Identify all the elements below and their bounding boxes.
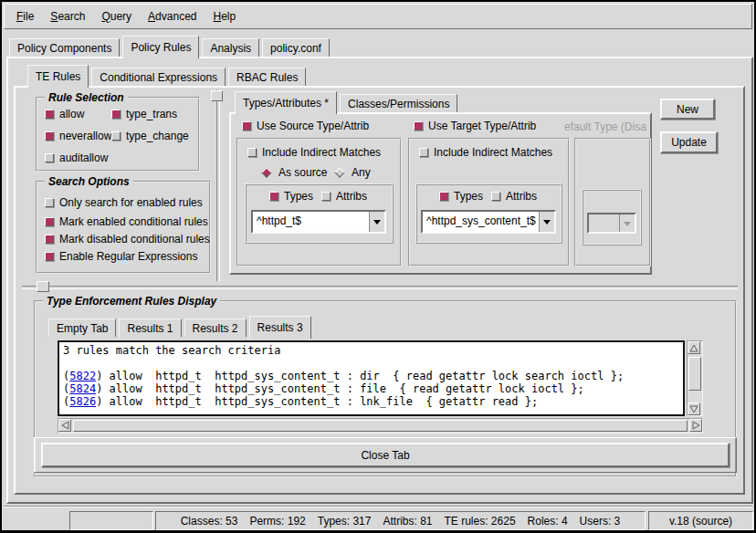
update-button[interactable]: Update	[660, 131, 718, 153]
tab-analysis[interactable]: Analysis	[202, 38, 259, 57]
tab-results-3[interactable]: Results 3	[249, 316, 311, 339]
rule-line: (5822) allow httpd_t httpd_sys_content_t…	[63, 370, 679, 382]
scroll-down-icon	[689, 405, 698, 413]
horizontal-sash-line	[22, 286, 738, 289]
checkbox-type-change[interactable]: type_change	[111, 129, 189, 142]
tab-rbac-rules[interactable]: RBAC Rules	[228, 68, 306, 86]
checkbox-mark-disabled-conditional[interactable]: Mark disabled conditional rules	[45, 232, 210, 246]
menu-search[interactable]: Search	[42, 6, 93, 26]
status-message-box	[69, 511, 153, 530]
results-summary-line: 3 rules match the search criteria	[63, 344, 679, 357]
checkbox-neverallow[interactable]: neverallow	[45, 129, 111, 142]
menu-file[interactable]: File	[8, 6, 42, 26]
checkbox-target-types[interactable]: Types	[439, 189, 483, 203]
tab-results-2[interactable]: Results 2	[184, 319, 247, 337]
checkbox-indicator	[111, 131, 121, 141]
results-vertical-scrollbar[interactable]	[687, 340, 703, 416]
tab-empty-tab[interactable]: Empty Tab	[48, 319, 116, 337]
status-attribs: Attribs: 81	[383, 515, 432, 528]
target-combo-dropdown-button[interactable]	[539, 212, 554, 232]
horizontal-sash-handle[interactable]	[37, 281, 49, 292]
checkbox-indicator	[269, 192, 278, 201]
target-type-combobox[interactable]: ^httpd_sys_content_t$	[421, 210, 556, 234]
radio-as-source[interactable]: As source	[260, 165, 327, 179]
results-text-area[interactable]: 3 rules match the search criteria (5822)…	[58, 340, 685, 416]
results-tab-bar: Empty Tab Results 1 Results 2 Results 3	[48, 317, 314, 337]
blank-line	[63, 357, 679, 370]
scroll-down-button[interactable]	[688, 402, 700, 415]
radio-indicator	[261, 167, 271, 177]
chevron-down-icon	[373, 220, 381, 228]
rule-id-link[interactable]: 5822	[69, 370, 96, 382]
vertical-scroll-thumb[interactable]	[688, 357, 701, 391]
radio-any[interactable]: Any	[333, 165, 371, 179]
scroll-right-button[interactable]	[689, 419, 702, 432]
tab-te-rules[interactable]: TE Rules	[27, 65, 89, 88]
checkbox-source-attribs[interactable]: Attribs	[321, 189, 367, 203]
checkbox-auditallow[interactable]: auditallow	[45, 151, 108, 164]
rule-id-link[interactable]: 5824	[69, 382, 96, 395]
close-tab-button[interactable]: Close Tab	[41, 443, 730, 467]
menu-query[interactable]: Query	[93, 6, 140, 26]
menu-help[interactable]: Help	[205, 6, 244, 26]
checkbox-indicator	[414, 121, 423, 131]
tab-policy-rules[interactable]: Policy Rules	[122, 36, 199, 58]
status-types: Types: 317	[318, 515, 372, 528]
tab-conditional-expressions[interactable]: Conditional Expressions	[91, 68, 226, 86]
checkbox-indicator	[45, 153, 54, 162]
vertical-sash-line	[216, 89, 220, 281]
rule-selection-title: Rule Selection	[45, 91, 128, 104]
new-button[interactable]: New	[660, 99, 715, 120]
checkbox-mark-enabled-conditional[interactable]: Mark enabled conditional rules	[45, 214, 208, 228]
chevron-down-icon	[543, 220, 551, 228]
menu-advanced[interactable]: Advanced	[140, 6, 205, 26]
source-type-value[interactable]: ^httpd_t$	[253, 212, 369, 232]
checkbox-use-source-type[interactable]: Use Source Type/Attrib	[242, 119, 369, 132]
scroll-right-icon	[692, 421, 700, 430]
rule-id-link[interactable]: 5826	[69, 395, 96, 408]
target-type-value[interactable]: ^httpd_sys_content_t$	[423, 212, 539, 232]
source-type-combobox[interactable]: ^httpd_t$	[251, 210, 386, 234]
checkbox-allow[interactable]: allow	[45, 107, 84, 120]
checkbox-source-include-indirect[interactable]: Include Indirect Matches	[247, 145, 381, 159]
checkbox-indicator	[491, 192, 500, 201]
checkbox-indicator	[45, 235, 54, 244]
checkbox-source-types[interactable]: Types	[269, 189, 313, 203]
checkbox-indicator	[247, 148, 257, 157]
status-stats-box: Classes: 53 Perms: 192 Types: 317 Attrib…	[155, 511, 646, 530]
checkbox-indicator	[45, 252, 54, 261]
main-tab-bar: Policy Components Policy Rules Analysis …	[9, 36, 332, 57]
scroll-left-button[interactable]	[58, 419, 71, 432]
te-tab-bar: TE Rules Conditional Expressions RBAC Ru…	[27, 66, 309, 86]
horizontal-scroll-thumb[interactable]	[73, 420, 688, 432]
checkbox-only-enabled-rules[interactable]: Only search for enabled rules	[45, 195, 203, 209]
status-users: Users: 3	[580, 515, 621, 528]
chevron-down-icon	[624, 222, 631, 230]
tab-results-1[interactable]: Results 1	[119, 319, 181, 337]
menubar: File Search Query Advanced Help	[4, 4, 752, 29]
tab-classes-permissions[interactable]: Classes/Permissions	[340, 94, 457, 112]
checkbox-target-attribs[interactable]: Attribs	[491, 189, 537, 203]
checkbox-indicator	[321, 192, 331, 201]
checkbox-indicator	[439, 192, 448, 201]
rule-line: (5824) allow httpd_t httpd_sys_content_t…	[63, 382, 679, 395]
checkbox-use-target-type[interactable]: Use Target Type/Attrib	[414, 119, 536, 132]
default-type-label: efault Type (Disa	[564, 120, 650, 133]
tab-policy-components[interactable]: Policy Components	[9, 38, 120, 57]
checkbox-type-trans[interactable]: type_trans	[111, 107, 177, 120]
scroll-up-button[interactable]	[688, 341, 700, 354]
results-horizontal-scrollbar[interactable]	[58, 418, 703, 434]
vertical-sash-handle[interactable]	[211, 90, 223, 101]
checkbox-target-include-indirect[interactable]: Include Indirect Matches	[419, 145, 552, 159]
status-perms: Perms: 192	[249, 515, 305, 528]
tab-types-attributes[interactable]: Types/Attributes *	[235, 91, 337, 114]
types-attrs-tab-bar: Types/Attributes * Classes/Permissions	[235, 92, 460, 112]
search-options-title: Search Options	[45, 175, 133, 188]
source-combo-dropdown-button[interactable]	[369, 212, 384, 232]
checkbox-indicator	[242, 121, 251, 131]
status-roles: Roles: 4	[528, 515, 568, 528]
checkbox-indicator	[45, 131, 54, 141]
default-type-combobox	[587, 213, 636, 234]
tab-policy-conf[interactable]: policy.conf	[262, 38, 330, 57]
checkbox-enable-regex[interactable]: Enable Regular Expressions	[45, 249, 197, 263]
